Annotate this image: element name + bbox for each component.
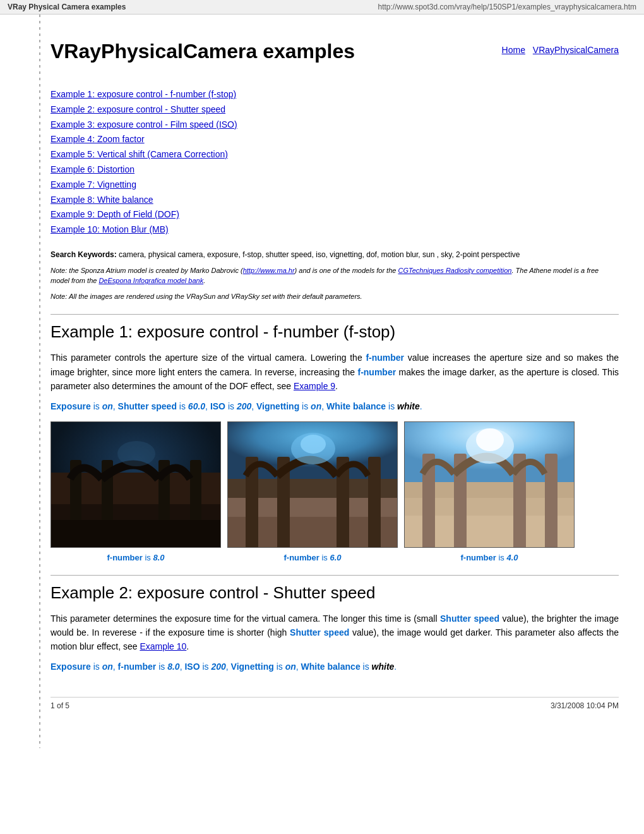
svg-point-28 <box>476 428 504 451</box>
param2-iso-label: ISO <box>184 662 200 672</box>
toc-item-8[interactable]: Example 8: White balance <box>51 193 619 208</box>
param2-exposure-label: Exposure <box>51 662 91 672</box>
toc-item-2[interactable]: Example 2: exposure control - Shutter sp… <box>51 102 619 118</box>
toc-item-10[interactable]: Example 10: Motion Blur (MB) <box>51 222 619 238</box>
example10-link[interactable]: Example 10 <box>140 641 186 651</box>
param-shutter-val: 60.0 <box>188 401 205 411</box>
svg-point-18 <box>301 435 326 454</box>
example1-images: f-number is 8.0 <box>51 421 619 562</box>
param2-vignetting-val: on <box>285 662 296 672</box>
param2-iso-val: 200 <box>211 662 225 672</box>
svg-rect-26 <box>545 454 558 548</box>
toc-item-1[interactable]: Example 1: exposure control - f-number (… <box>51 87 619 102</box>
param2-vignetting-label: Vignetting <box>231 662 274 672</box>
param-exposure-val: on <box>102 401 113 411</box>
toc-item-7[interactable]: Example 7: Vignetting <box>51 178 619 193</box>
table-of-contents: Example 1: exposure control - f-number (… <box>51 87 619 238</box>
param-iso-val: 200 <box>237 401 251 411</box>
param2-fnumber-val: 8.0 <box>167 662 179 672</box>
image-cell-1: f-number is 8.0 <box>51 421 221 562</box>
param2-wb-label: White balance <box>301 662 361 672</box>
toc-item-4[interactable]: Example 4: Zoom factor <box>51 132 619 147</box>
param-shutter-label: Shutter speed <box>118 401 177 411</box>
svg-rect-7 <box>51 520 221 548</box>
image-fnumber-8 <box>51 421 221 548</box>
image-cell-3: f-number is 4.0 <box>404 421 575 562</box>
example9-link[interactable]: Example 9 <box>294 381 335 391</box>
toc-item-5[interactable]: Example 5: Vertical shift (Camera Correc… <box>51 147 619 162</box>
section2-divider <box>51 575 619 576</box>
scene-dark <box>51 422 220 547</box>
section1-divider <box>51 314 619 315</box>
example2-params: Exposure is on, f-number is 8.0, ISO is … <box>51 662 619 672</box>
toc-item-6[interactable]: Example 6: Distortion <box>51 162 619 178</box>
page-wrapper: Home VRayPhysicalCamera VRayPhysicalCame… <box>0 15 644 748</box>
svg-point-8 <box>117 441 155 466</box>
param-vignetting-val: on <box>311 401 321 411</box>
example2-title: Example 2: exposure control - Shutter sp… <box>51 583 619 603</box>
left-border-decoration <box>39 15 40 748</box>
param2-wb-val: white <box>372 662 395 672</box>
scene-normal <box>228 422 397 547</box>
note1-link2[interactable]: CGTechniques Radiosity competition <box>398 267 511 274</box>
param2-fnumber-label: f-number <box>118 662 157 672</box>
svg-rect-16 <box>368 457 381 548</box>
toc-item-9[interactable]: Example 9: Depth of Field (DOF) <box>51 207 619 222</box>
browser-bar: VRay Physical Camera examples http://www… <box>0 0 644 15</box>
term-shutter-1: Shutter speed <box>440 613 499 624</box>
search-keywords: Search Keywords: camera, physical camera… <box>51 250 619 259</box>
footer-date: 3/31/2008 10:04 PM <box>551 701 619 710</box>
term-shutter-2: Shutter speed <box>290 627 349 638</box>
param2-exposure-val: on <box>102 662 113 672</box>
nav-home-link[interactable]: Home <box>502 45 525 55</box>
example2-body: This parameter determines the exposure t… <box>51 612 619 654</box>
caption-3: f-number is 4.0 <box>460 553 518 562</box>
caption-2: f-number is 6.0 <box>283 553 341 562</box>
example1-body: This parameter controls the aperture siz… <box>51 351 619 393</box>
browser-title: VRay Physical Camera examples <box>8 3 126 11</box>
toc-item-3[interactable]: Example 3: exposure control - Film speed… <box>51 118 619 133</box>
term-fnumber-2: f-number <box>357 367 396 377</box>
note1-link3[interactable]: DeEspona Infografica model bank <box>98 277 203 284</box>
footer-page: 1 of 5 <box>51 701 69 710</box>
param-wb-val: white <box>397 401 420 411</box>
example1-params: Exposure is on, Shutter speed is 60.0, I… <box>51 401 619 411</box>
caption-1: f-number is 8.0 <box>107 553 164 562</box>
note1: Note: the Sponza Atrium model is created… <box>51 265 619 286</box>
footer-bar: 1 of 5 3/31/2008 10:04 PM <box>51 697 619 710</box>
param-vignetting-label: Vignetting <box>256 401 299 411</box>
note2: Note: All the images are rendered using … <box>51 291 619 302</box>
image-cell-2: f-number is 6.0 <box>227 421 398 562</box>
image-fnumber-6 <box>227 421 398 548</box>
top-nav: Home VRayPhysicalCamera <box>497 45 619 55</box>
scene-bright <box>405 422 574 547</box>
param-wb-label: White balance <box>326 401 386 411</box>
browser-url: http://www.spot3d.com/vray/help/150SP1/e… <box>378 3 636 11</box>
image-fnumber-4 <box>404 421 575 548</box>
note1-link1[interactable]: http://www.ma.hr <box>243 267 295 274</box>
term-fnumber-1: f-number <box>366 353 404 363</box>
param-iso-label: ISO <box>210 401 225 411</box>
param-exposure-label: Exposure <box>51 401 91 411</box>
nav-page-link[interactable]: VRayPhysicalCamera <box>533 45 619 55</box>
example1-title: Example 1: exposure control - f-number (… <box>51 322 619 342</box>
